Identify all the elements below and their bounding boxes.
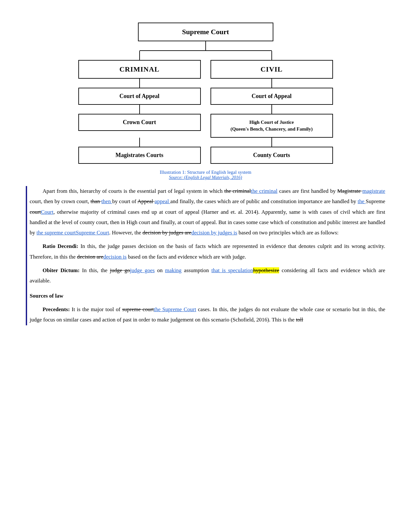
caption-title: Illustration 1: Structure of English leg… bbox=[26, 170, 385, 175]
court-of-appeal-row: Court of Appeal Court of Appeal bbox=[73, 88, 338, 105]
prec-strike-toll: toll bbox=[296, 317, 303, 323]
p1-blue-magistrate: magistrate bbox=[362, 188, 385, 194]
paragraph-1: Apart from this, hierarchy of courts is … bbox=[30, 186, 385, 238]
p1-text-4: by court of bbox=[112, 198, 137, 204]
coa-criminal-col: Court of Appeal bbox=[73, 88, 206, 105]
obiter-heading: Obiter Dictum: bbox=[43, 267, 80, 273]
paragraph-precedents: Precedents: It is the major tool of supr… bbox=[30, 304, 385, 325]
p1-text-1: Apart from this, hierarchy of courts is … bbox=[43, 188, 224, 194]
paragraph-obiter: Obiter Dictum: In this, the judge gojudg… bbox=[30, 265, 385, 286]
crown-court-box: Crown Court bbox=[78, 114, 201, 131]
precedents-heading: Precedents: bbox=[43, 306, 70, 312]
p1-strike-appeal: Appeal bbox=[137, 198, 154, 204]
p1-strike-court: court bbox=[30, 209, 41, 215]
prec-text-1: It is the major tool of bbox=[70, 306, 122, 312]
diagram-caption: Illustration 1: Structure of English leg… bbox=[26, 170, 385, 180]
criminal-col: CRIMINAL bbox=[73, 60, 206, 79]
prec-strike-supreme: supreme court bbox=[122, 306, 154, 312]
obiter-blue-judge: judge goes bbox=[130, 267, 155, 273]
p1-blue-then: then bbox=[101, 198, 112, 204]
obiter-strike-judge: judge go bbox=[110, 267, 130, 273]
civil-box: CIVIL bbox=[210, 60, 333, 79]
obiter-strike-hypothesize: hypothesize bbox=[253, 267, 279, 273]
ratio-strike-decision: decision are bbox=[77, 254, 103, 260]
magistrates-county-row: Magistrates Courts County Courts bbox=[73, 147, 338, 164]
supreme-court-box: Supreme Court bbox=[138, 23, 273, 41]
p1-text-8: . However, the bbox=[109, 230, 142, 236]
p1-blue-Court: Court bbox=[41, 209, 54, 215]
sources-heading: Sources of law bbox=[30, 291, 385, 301]
court-diagram: Supreme Court CRIMINAL CIVIL bbox=[26, 23, 385, 164]
p1-strike-blue-supreme: the supreme court bbox=[36, 230, 76, 236]
ratio-text-2: based on the facts and evidence which ar… bbox=[127, 254, 246, 260]
county-col: County Courts bbox=[206, 147, 338, 164]
connector-supreme-to-split bbox=[205, 41, 206, 50]
magistrates-courts-box: Magistrates Courts bbox=[78, 147, 201, 164]
criminal-box: CRIMINAL bbox=[78, 60, 201, 79]
civil-col: CIVIL bbox=[206, 60, 338, 79]
caption-source: Source: (English Legal Materials, 2016) bbox=[26, 175, 385, 180]
p1-blue-appeal: appeal bbox=[155, 198, 171, 204]
p1-text-6: Supreme bbox=[366, 198, 385, 204]
p1-strike-magistrate: Magistrate bbox=[337, 188, 362, 194]
p1-strike-decision: decision by judges are bbox=[142, 230, 191, 236]
p1-text-9: based on two principles which are as fol… bbox=[237, 230, 338, 236]
obiter-text-1: In this, the bbox=[80, 267, 110, 273]
body-text-section: Apart from this, hierarchy of courts is … bbox=[26, 186, 385, 325]
p1-text-3: court, then by crown court, bbox=[30, 198, 91, 204]
p1-text-5: and finally, the cases which are of publ… bbox=[170, 198, 357, 204]
county-courts-box: County Courts bbox=[210, 147, 333, 164]
paragraph-ratio: Ratio Decendi: In this, the judge passes… bbox=[30, 241, 385, 262]
ratio-heading: Ratio Decendi: bbox=[43, 243, 78, 249]
p1-blue-criminal: the criminal bbox=[251, 188, 278, 194]
p1-blue-supreme-court: Supreme Court bbox=[76, 230, 109, 236]
p1-strike-than: than bbox=[91, 198, 102, 204]
p1-text-2: cases are first handled by bbox=[278, 188, 338, 194]
high-court-box: High Court of Justice(Queen's Bench, Cha… bbox=[210, 114, 333, 138]
criminal-civil-row: CRIMINAL CIVIL bbox=[73, 60, 338, 79]
coa-civil-col: Court of Appeal bbox=[206, 88, 338, 105]
obiter-text-2: on bbox=[155, 267, 165, 273]
coa-criminal-box: Court of Appeal bbox=[78, 88, 201, 105]
magistrates-col: Magistrates Courts bbox=[73, 147, 206, 164]
crown-high-row: Crown Court High Court of Justice(Queen'… bbox=[73, 114, 338, 138]
obiter-text-3: assumption bbox=[181, 267, 211, 273]
ratio-blue-decision: decision is bbox=[103, 254, 126, 260]
page-wrapper: Supreme Court CRIMINAL CIVIL bbox=[26, 23, 385, 532]
p1-strike-criminal: the criminal bbox=[224, 188, 251, 194]
coa-civil-box: Court of Appeal bbox=[210, 88, 333, 105]
prec-blue-supreme: the Supreme Court bbox=[154, 306, 196, 312]
p1-blue-the: the bbox=[357, 198, 366, 204]
crown-col: Crown Court bbox=[73, 114, 206, 138]
high-court-col: High Court of Justice(Queen's Bench, Cha… bbox=[206, 114, 338, 138]
obiter-blue-thatis: that is speculation bbox=[211, 267, 253, 273]
obiter-blue-making: making bbox=[165, 267, 181, 273]
p1-blue-decision: decision by judges is bbox=[191, 230, 237, 236]
